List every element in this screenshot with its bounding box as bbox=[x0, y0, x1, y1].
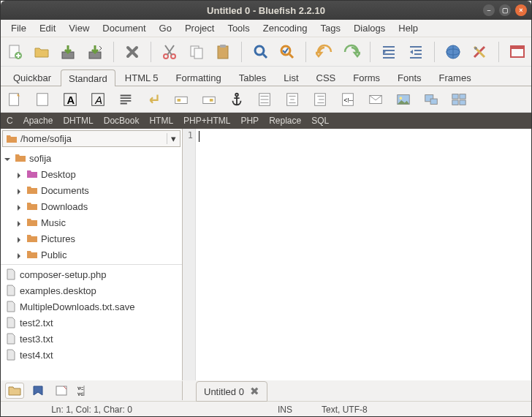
tab-fonts[interactable]: Fonts bbox=[390, 69, 430, 86]
menu-file[interactable]: File bbox=[5, 20, 32, 36]
save-as-icon[interactable] bbox=[85, 42, 104, 62]
bookmarks-tab-icon[interactable] bbox=[28, 383, 48, 399]
bold-icon[interactable]: A bbox=[61, 91, 80, 108]
collapse-icon[interactable] bbox=[15, 235, 23, 243]
image-icon[interactable] bbox=[394, 91, 413, 108]
tree-file[interactable]: test2.txt bbox=[1, 315, 182, 331]
collapse-icon[interactable] bbox=[15, 219, 23, 227]
menu-view[interactable]: View bbox=[63, 20, 95, 36]
menu-document[interactable]: Document bbox=[96, 20, 151, 36]
tab-tables[interactable]: Tables bbox=[231, 69, 275, 86]
cut-icon[interactable] bbox=[160, 42, 179, 62]
lang-replace[interactable]: Replace bbox=[269, 116, 301, 126]
tree-folder-public[interactable]: Public bbox=[1, 247, 182, 263]
menu-go[interactable]: Go bbox=[153, 20, 178, 36]
folder-icon bbox=[26, 233, 38, 244]
save-icon[interactable] bbox=[58, 42, 77, 62]
maximize-button[interactable]: ▢ bbox=[499, 4, 511, 16]
copy-icon[interactable] bbox=[187, 42, 206, 62]
nbsp2-icon[interactable] bbox=[200, 91, 218, 108]
tree-folder-desktop[interactable]: Desktop bbox=[1, 166, 182, 182]
tree-folder-downloads[interactable]: Downloads bbox=[1, 198, 182, 214]
break-icon[interactable] bbox=[144, 91, 163, 108]
tree-file[interactable]: composer-setup.php bbox=[1, 266, 182, 282]
tab-list[interactable]: List bbox=[276, 69, 306, 86]
open-file-icon[interactable] bbox=[31, 42, 50, 62]
tree-folder-music[interactable]: Music bbox=[1, 214, 182, 230]
dropdown-arrow-icon[interactable]: ▾ bbox=[167, 133, 180, 144]
close-tab-icon[interactable]: ✖ bbox=[250, 385, 259, 398]
body-icon[interactable] bbox=[33, 91, 52, 108]
lang-c[interactable]: C bbox=[7, 116, 13, 126]
find-replace-icon[interactable] bbox=[278, 42, 297, 62]
lang-php[interactable]: PHP bbox=[240, 116, 259, 126]
close-file-icon[interactable] bbox=[123, 42, 142, 62]
lang-dhtml[interactable]: DHTML bbox=[63, 116, 93, 126]
tree-folder-documents[interactable]: Documents bbox=[1, 182, 182, 198]
expand-icon[interactable] bbox=[4, 154, 12, 162]
tab-formatting[interactable]: Formatting bbox=[168, 69, 229, 86]
collapse-icon[interactable] bbox=[15, 203, 23, 211]
tab-css[interactable]: CSS bbox=[308, 69, 344, 86]
tree-file[interactable]: test3.txt bbox=[1, 331, 182, 347]
tab-frames[interactable]: Frames bbox=[431, 69, 479, 86]
paste-icon[interactable] bbox=[213, 42, 232, 62]
collapse-icon[interactable] bbox=[15, 251, 23, 259]
lang-docbook[interactable]: DocBook bbox=[104, 116, 140, 126]
tree-file[interactable]: MultipleDownloads.txt.save bbox=[1, 298, 182, 315]
tab-quickbar[interactable]: Quickbar bbox=[5, 69, 59, 86]
menu-zencoding[interactable]: Zencoding bbox=[257, 20, 314, 36]
tree-root[interactable]: sofija bbox=[1, 150, 182, 166]
menu-tools[interactable]: Tools bbox=[221, 20, 255, 36]
thumbnail-icon[interactable] bbox=[422, 91, 441, 108]
lang-sql[interactable]: SQL bbox=[311, 116, 329, 126]
editor-area[interactable]: 1 bbox=[183, 129, 531, 380]
fullscreen-icon[interactable] bbox=[508, 42, 527, 62]
hrule-icon[interactable] bbox=[255, 91, 274, 108]
menu-edit[interactable]: Edit bbox=[34, 20, 61, 36]
tree-file[interactable]: test4.txt bbox=[1, 347, 182, 363]
minimize-button[interactable]: – bbox=[483, 4, 495, 16]
lang-apache[interactable]: Apache bbox=[23, 116, 53, 126]
multi-thumbnail-icon[interactable] bbox=[449, 91, 468, 108]
svg-rect-8 bbox=[218, 46, 228, 59]
indent-icon[interactable] bbox=[406, 42, 425, 62]
find-icon[interactable] bbox=[251, 42, 270, 62]
svg-rect-9 bbox=[220, 45, 226, 48]
tab-standard[interactable]: Standard bbox=[61, 70, 115, 86]
snippets-tab-icon[interactable]: ∀C∀∈ bbox=[75, 383, 94, 399]
lang-html[interactable]: HTML bbox=[149, 116, 173, 126]
close-button[interactable]: × bbox=[515, 4, 527, 16]
filebrowser-tab-icon[interactable] bbox=[5, 383, 24, 399]
tab-html5[interactable]: HTML 5 bbox=[117, 69, 167, 86]
new-file-icon[interactable] bbox=[5, 42, 24, 62]
center-icon[interactable] bbox=[283, 91, 302, 108]
preferences-icon[interactable] bbox=[470, 42, 489, 62]
tree-file[interactable]: examples.desktop bbox=[1, 282, 182, 298]
text-editor[interactable] bbox=[196, 129, 531, 380]
menu-tags[interactable]: Tags bbox=[314, 20, 346, 36]
email-icon[interactable] bbox=[366, 91, 385, 108]
collapse-icon[interactable] bbox=[15, 187, 23, 195]
anchor-icon[interactable] bbox=[227, 91, 246, 108]
browser-preview-icon[interactable] bbox=[444, 42, 463, 62]
collapse-icon[interactable] bbox=[15, 170, 23, 179]
menu-project[interactable]: Project bbox=[179, 20, 220, 36]
menu-help[interactable]: Help bbox=[392, 20, 424, 36]
lang-phphtml[interactable]: PHP+HTML bbox=[183, 116, 230, 126]
path-selector[interactable]: /home/sofija ▾ bbox=[2, 130, 180, 147]
tree-folder-pictures[interactable]: Pictures bbox=[1, 230, 182, 247]
rightalign-icon[interactable] bbox=[311, 91, 330, 108]
charset-tab-icon[interactable] bbox=[52, 383, 71, 399]
comment-icon[interactable]: <!-- bbox=[338, 91, 357, 108]
paragraph-icon[interactable] bbox=[116, 91, 135, 108]
menu-dialogs[interactable]: Dialogs bbox=[348, 20, 391, 36]
undo-icon[interactable] bbox=[315, 42, 334, 62]
quickstart-icon[interactable] bbox=[5, 91, 24, 108]
italic-icon[interactable]: A bbox=[88, 91, 107, 108]
nbsp-icon[interactable] bbox=[172, 91, 191, 108]
unindent-icon[interactable] bbox=[379, 42, 398, 62]
document-tab[interactable]: Untitled 0 ✖ bbox=[196, 381, 267, 402]
redo-icon[interactable] bbox=[342, 42, 361, 62]
tab-forms[interactable]: Forms bbox=[345, 69, 388, 86]
